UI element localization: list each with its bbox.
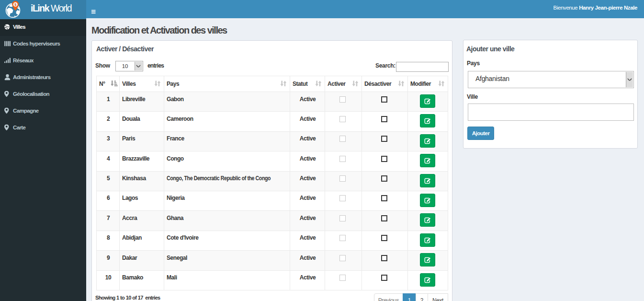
svg-text:$: $ <box>14 2 17 7</box>
